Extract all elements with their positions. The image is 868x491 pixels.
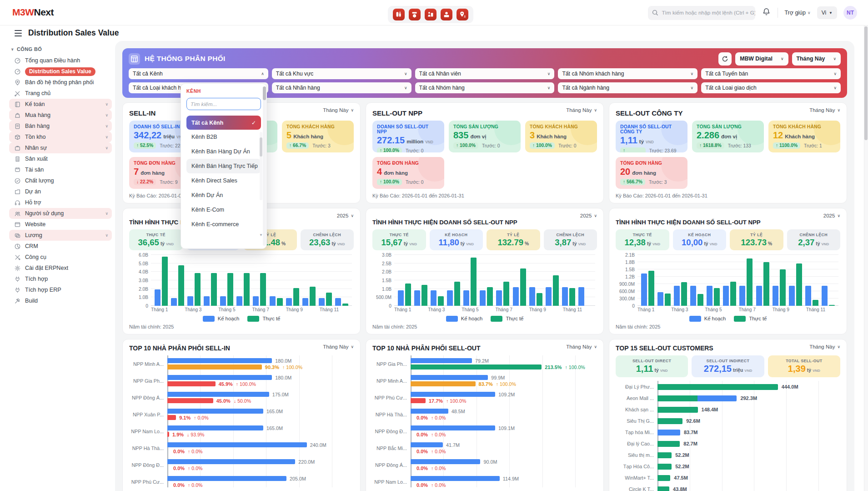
dropdown-scrollbar[interactable] bbox=[263, 86, 266, 246]
notifications-bell-icon[interactable] bbox=[762, 7, 771, 19]
legend-item[interactable]: Thực tế bbox=[491, 316, 523, 322]
sidebar-item-crm[interactable]: CRM bbox=[9, 241, 112, 252]
dropdown-search-input[interactable] bbox=[187, 98, 261, 110]
report-period-footer: Kỳ Báo Cáo: 2026-01-01 đến 2026-01-31 bbox=[616, 193, 840, 198]
sidebar-item-t-i-s-n[interactable]: Tài sản bbox=[9, 164, 112, 175]
option-list-scrollbar[interactable] bbox=[260, 132, 262, 200]
sidebar-item-b-n-h-th-ng-ph-n-ph-i[interactable]: Bản đồ hệ thống phân phối bbox=[9, 77, 112, 88]
dropdown-option[interactable]: Kênh Bán Hàng Dự Án bbox=[186, 144, 261, 159]
legend-item[interactable]: Thực tế bbox=[734, 316, 767, 322]
bar bbox=[447, 290, 453, 306]
filter-select-t-t-c-loai-giao-d-ch[interactable]: Tất cả Loai giao dịch∨ bbox=[701, 82, 841, 93]
navbar-divider bbox=[778, 8, 778, 18]
user-avatar[interactable]: NT bbox=[843, 6, 857, 20]
sidebar-item-s-n-xu-t[interactable]: Sản xuất bbox=[9, 153, 112, 164]
filter-select-t-t-c-tuy-n-b-n[interactable]: Tất cả Tuyến bán∨ bbox=[701, 68, 841, 79]
achieved-bar-line: 0.0%↑ 0.0% bbox=[411, 482, 597, 487]
sidebar-section-label[interactable]: ∨CÔNG BỐ bbox=[9, 45, 112, 55]
dropdown-option-selected[interactable]: Tất cả Kênh✓ bbox=[186, 116, 261, 130]
kpi-mini-label: TỔNG SẢN LƯỢNG bbox=[453, 124, 516, 129]
banner-period-select[interactable]: Tháng Này∨ bbox=[792, 52, 841, 66]
legend-item[interactable]: Kế hoạch bbox=[689, 316, 726, 322]
kpi-mini-unit: triệu bbox=[163, 134, 175, 139]
kpi-period-select[interactable]: Tháng Này∨ bbox=[809, 107, 840, 113]
company-select[interactable]: MBW Digital∨ bbox=[735, 52, 788, 66]
year-select[interactable]: 2025∨ bbox=[580, 213, 597, 218]
legend-item[interactable]: Kế hoạch bbox=[203, 316, 240, 322]
sidebar-item-distribution-sales-value[interactable]: Distribution Sales Value bbox=[9, 66, 112, 77]
sidebar-item-ng-i-s-d-ng[interactable]: Người sử dụng∨ bbox=[9, 208, 112, 219]
help-menu[interactable]: Trợ giúp∨ bbox=[784, 10, 810, 16]
sidebar-item-t-ng-quan-i-u-h-nh[interactable]: Tổng quan Điều hành bbox=[9, 55, 112, 66]
period-value: Tháng Này bbox=[809, 344, 835, 349]
page-header: Distribution Sales Value bbox=[15, 28, 119, 38]
sidebar-item-c-ng-c-[interactable]: Công cụ bbox=[9, 252, 112, 263]
sidebar-item-k-to-n[interactable]: Kế toán∨ bbox=[9, 99, 112, 110]
year-select[interactable]: 2025∨ bbox=[823, 213, 840, 218]
location-app-icon[interactable] bbox=[457, 9, 468, 20]
dropdown-option[interactable]: Kênh E-Com bbox=[186, 202, 261, 217]
sidebar-item-l-ng[interactable]: Lương∨ bbox=[9, 230, 112, 241]
dropdown-option[interactable]: Kênh Dự Án bbox=[186, 188, 261, 202]
kpi-period-select[interactable]: Tháng Này∨ bbox=[566, 107, 597, 113]
filter-select-t-t-c-nh-m-kh-ch-h-ng[interactable]: Tất cả Nhóm khách hàng∨ bbox=[558, 68, 697, 79]
distributor-row: NPP Minh A...180.0M90.3%↑ 100.0% bbox=[167, 358, 354, 370]
application-window: M3WNext Trợ giúp∨ Vi▼ NT Distribution Sa… bbox=[0, 0, 868, 491]
sidebar-item-nh-n-s-[interactable]: Nhân sự∨ bbox=[9, 142, 112, 153]
sidebar-item-build[interactable]: Build bbox=[9, 295, 112, 306]
sidebar-item-c-i-t-erpnext[interactable]: Cài đặt ERPNext bbox=[9, 263, 112, 273]
filter-select-t-t-c-ng-nh-h-ng[interactable]: Tất cả Ngành hàng∨ bbox=[558, 82, 697, 93]
language-selector[interactable]: Vi▼ bbox=[817, 6, 837, 19]
stat-chip-value: 132.79% bbox=[497, 238, 529, 248]
top-period-select[interactable]: Tháng Này∨ bbox=[323, 344, 354, 349]
top-period-select[interactable]: Tháng Này∨ bbox=[809, 344, 840, 349]
sidebar-item-ch-t-l-ng[interactable]: Chất lượng bbox=[9, 175, 112, 186]
achieved-delta-label: ↑ 0.0% bbox=[431, 482, 446, 488]
sidebar-item-b-n-h-ng[interactable]: Bán hàng∨ bbox=[9, 121, 112, 132]
filter-select-value: Tất cả Ngành hàng bbox=[562, 85, 609, 91]
filter-select-t-t-c-nh-m-h-ng[interactable]: Tất cả Nhóm hàng∨ bbox=[415, 82, 555, 93]
filter-select-t-t-c-khu-v-c[interactable]: Tất cả Khu vực∨ bbox=[272, 68, 411, 79]
legend-item[interactable]: Kế hoạch bbox=[446, 316, 483, 322]
refresh-button[interactable] bbox=[718, 52, 732, 66]
people-goods-app-icon[interactable] bbox=[425, 9, 437, 20]
search-input[interactable] bbox=[648, 6, 755, 20]
page-scrollbar[interactable] bbox=[864, 25, 868, 491]
sidebar-item-t-n-kho[interactable]: Tồn kho∨ bbox=[9, 132, 112, 142]
option-list-scrollbar-thumb[interactable] bbox=[260, 137, 262, 157]
target-bar bbox=[411, 392, 495, 397]
stat-chip-value: 36,65tỷVND bbox=[138, 238, 174, 248]
top-period-select[interactable]: Tháng Này∨ bbox=[566, 344, 597, 349]
app-logo[interactable]: M3WNext bbox=[12, 7, 54, 18]
direct-bar-segment bbox=[657, 407, 698, 413]
dropdown-option[interactable]: Kênh Direct Sales bbox=[186, 173, 261, 188]
page-scrollbar-thumb[interactable] bbox=[864, 26, 868, 140]
distributor-row: NPP Phú Cư...109.2M17.7%↑ 100.0% bbox=[411, 392, 597, 403]
legend-item[interactable]: Thực tế bbox=[247, 316, 280, 322]
sidebar-item-website[interactable]: Website bbox=[9, 219, 112, 230]
filter-select-t-t-c-k-nh[interactable]: Tất cả Kênh∧ bbox=[129, 68, 268, 79]
card-app-icon[interactable] bbox=[409, 9, 421, 20]
dropdown-option[interactable]: Kênh E-commerce bbox=[186, 217, 261, 232]
global-search[interactable] bbox=[648, 6, 755, 20]
sidebar-item-d-n[interactable]: Dự án bbox=[9, 186, 112, 197]
sidebar-item-trang-ch-[interactable]: Trang chủ bbox=[9, 88, 112, 99]
kpi-period-select[interactable]: Tháng Này∨ bbox=[323, 107, 354, 113]
sidebar-item-mua-h-ng[interactable]: Mua hàng∨ bbox=[9, 110, 112, 121]
chevron-down-icon: ∨ bbox=[105, 135, 108, 139]
achieved-delta-label: ↑ 100.0% bbox=[565, 364, 585, 370]
inventory-app-icon[interactable] bbox=[393, 9, 405, 20]
sidebar-item-h-tr-[interactable]: Hỗ trợ bbox=[9, 197, 112, 208]
filter-select-t-t-c-nh-n-h-ng[interactable]: Tất cả Nhãn hàng∨ bbox=[272, 82, 411, 93]
year-select[interactable]: 2025∨ bbox=[337, 213, 354, 218]
dropdown-search[interactable] bbox=[186, 98, 261, 110]
money-app-icon[interactable] bbox=[441, 9, 452, 20]
sidebar-item-t-ch-h-p[interactable]: Tích hợp bbox=[9, 273, 112, 284]
dropdown-option[interactable]: Kênh B2B bbox=[186, 130, 261, 144]
target-value-label: 165.0M bbox=[266, 425, 283, 431]
filter-select-t-t-c-nh-n-vi-n[interactable]: Tất cả Nhân viên∨ bbox=[415, 68, 555, 79]
stat-chip-label: CHÊNH LỆCH bbox=[313, 233, 341, 237]
dropdown-option[interactable]: Kênh Bán Hàng Trực Tiếp bbox=[186, 159, 261, 173]
sidebar-toggle-icon[interactable] bbox=[15, 30, 22, 36]
sidebar-item-t-ch-h-p-erp[interactable]: Tích hợp ERP bbox=[9, 284, 112, 295]
